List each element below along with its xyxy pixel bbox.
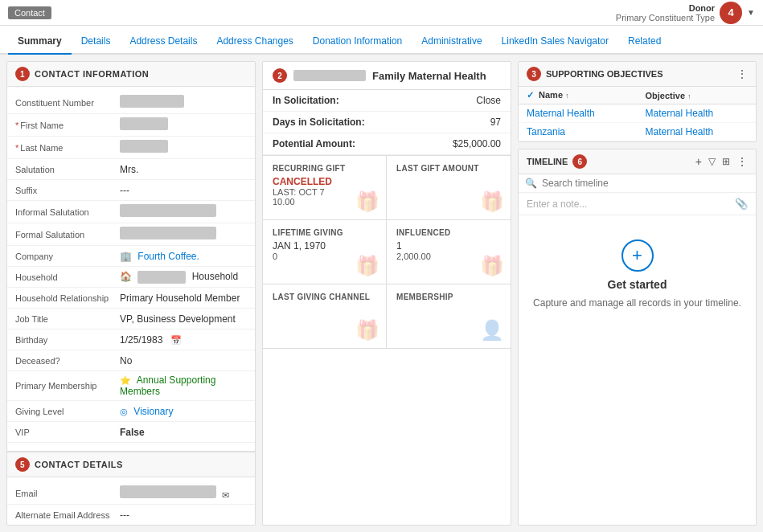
top-bar: Contact Donor Primary Constituent Type 4… (0, 0, 763, 26)
household-icon: 🏠 (120, 271, 132, 282)
influenced-card: INFLUENCED 1 2,000.00 🎁 (387, 220, 511, 284)
objectives-name-cell[interactable]: Maternal Health (519, 104, 638, 123)
potential-label: Potential Amount: (263, 133, 399, 155)
timeline-get-started-subtitle: Capture and manage all records in your t… (533, 297, 741, 309)
formal-salutation-value (120, 227, 247, 242)
household-value: 🏠 Household (120, 271, 247, 284)
household-relationship-value: Primary Household Member (120, 293, 247, 304)
contact-details-header: 5 CONTACT DETAILS (7, 452, 255, 477)
last-name-value (120, 140, 247, 155)
in-solicitation-row: In Solicitation: Close (263, 90, 511, 112)
nav-tabs: Summary Details Address Details Address … (0, 26, 763, 55)
contact-tab-label[interactable]: Contact (8, 6, 51, 19)
last-giving-channel-label: LAST GIVING CHANNEL (273, 293, 376, 301)
chevron-down-icon[interactable]: ▼ (747, 8, 755, 17)
job-title-value: VP, Business Development (120, 313, 247, 325)
suffix-row: Suffix --- (7, 180, 255, 201)
top-bar-right: Donor Primary Constituent Type 4 ▼ (616, 2, 755, 24)
timeline-panel: Timeline 6 + ▽ ⊞ ⋮ 🔍 Enter a note... 📎 (518, 149, 757, 526)
in-solicitation-value: Close (399, 90, 511, 112)
right-panel: 3 SUPPORTING OBJECTIVES ⋮ ✓ Name ↑ Objec… (518, 61, 757, 526)
company-value[interactable]: 🏢 Fourth Coffee. (120, 251, 247, 262)
influenced-value: 1 (396, 240, 501, 252)
deceased-value: No (120, 355, 247, 366)
influenced-label: INFLUENCED (396, 228, 501, 237)
timeline-get-started-icon[interactable]: + (621, 239, 654, 272)
vip-label: VIP (15, 428, 120, 437)
donor-badge: 4 (720, 2, 742, 24)
contact-info-form: Constituent Number *First Name *Last Nam… (7, 87, 255, 448)
days-value: 97 (399, 112, 511, 133)
timeline-add-icon[interactable]: + (695, 155, 702, 168)
tab-address-details[interactable]: Address Details (120, 29, 207, 55)
objectives-objective-cell[interactable]: Maternal Health (638, 104, 757, 123)
salutation-value: Mrs. (120, 164, 247, 175)
alt-email-value: --- (120, 509, 247, 521)
objectives-name-cell[interactable]: Tanzania (519, 123, 638, 141)
birthday-value: 1/25/1983 📅 (120, 334, 247, 346)
calendar-icon[interactable]: 📅 (170, 335, 182, 345)
timeline-get-started-title: Get started (608, 278, 667, 291)
timeline-grid-icon[interactable]: ⊞ (722, 156, 730, 167)
sort-icon[interactable]: ↑ (565, 92, 569, 100)
alt-email-row: Alternate Email Address --- (7, 505, 255, 526)
influenced-icon: 🎁 (480, 255, 504, 277)
sort-icon2[interactable]: ↑ (687, 92, 691, 100)
timeline-title: Timeline 6 (527, 154, 587, 169)
recurring-gift-label: RECURRING GIFT (273, 164, 376, 173)
objectives-objective-cell[interactable]: Maternal Health (638, 123, 757, 141)
objectives-table: ✓ Name ↑ Objective ↑ Maternal Health Mat… (519, 87, 756, 141)
objectives-badge: 3 (527, 67, 541, 81)
first-name-label: *First Name (15, 121, 120, 130)
solicitation-badge: 2 (273, 68, 287, 83)
informal-salutation-label: Informal Salutation (15, 207, 120, 217)
objectives-title: 3 SUPPORTING OBJECTIVES (527, 67, 662, 81)
in-solicitation-label: In Solicitation: (263, 90, 399, 112)
giving-level-icon: ◎ (120, 407, 128, 416)
timeline-filter-icon[interactable]: ▽ (708, 156, 716, 167)
timeline-empty-state: + Get started Capture and manage all rec… (519, 215, 756, 333)
timeline-search-input[interactable] (542, 178, 749, 189)
tab-address-changes[interactable]: Address Changes (207, 29, 302, 55)
donor-subtitle: Primary Constituent Type (616, 13, 715, 23)
days-row: Days in Solicitation: 97 (263, 112, 511, 133)
tab-related[interactable]: Related (618, 29, 671, 55)
constituent-number-label: Constituent Number (15, 98, 120, 108)
alt-email-label: Alternate Email Address (15, 510, 120, 520)
tab-details[interactable]: Details (72, 29, 121, 55)
suffix-label: Suffix (15, 186, 120, 195)
main-content: 1 CONTACT INFORMATION Constituent Number… (0, 55, 763, 532)
job-title-row: Job Title VP, Business Development (7, 309, 255, 329)
last-giving-channel-card: LAST GIVING CHANNEL 🎁 (263, 284, 387, 349)
email-icon[interactable]: ✉ (222, 490, 229, 500)
contact-info-header: 1 CONTACT INFORMATION (7, 62, 255, 87)
solicitation-table: In Solicitation: Close Days in Solicitat… (263, 90, 511, 155)
timeline-note-input: Enter a note... 📎 (519, 193, 756, 215)
donor-info: Donor Primary Constituent Type (616, 3, 715, 23)
last-giving-channel-icon: 🎁 (355, 319, 379, 342)
birthday-label: Birthday (15, 335, 120, 345)
contact-details-badge: 5 (15, 457, 30, 472)
top-bar-left: Contact (8, 6, 51, 19)
tab-linkedin[interactable]: LinkedIn Sales Navigator (492, 29, 618, 55)
email-value: ✉ (120, 485, 247, 501)
job-title-label: Job Title (15, 314, 120, 324)
company-row: Company 🏢 Fourth Coffee. (7, 246, 255, 267)
tab-summary[interactable]: Summary (8, 29, 72, 55)
timeline-more-icon[interactable]: ⋮ (736, 155, 748, 168)
lifetime-giving-icon: 🎁 (355, 255, 379, 277)
last-gift-label: LAST GIFT AMOUNT (396, 164, 501, 173)
solicitation-header: 2 Family Maternal Health (263, 62, 511, 90)
timeline-header: Timeline 6 + ▽ ⊞ ⋮ (519, 149, 756, 174)
tab-donation-info[interactable]: Donation Information (303, 29, 412, 55)
constituent-number-row: Constituent Number (7, 92, 255, 114)
attachment-icon[interactable]: 📎 (735, 198, 748, 210)
formal-salutation-row: Formal Salutation (7, 223, 255, 246)
tab-administrative[interactable]: Administrative (412, 29, 491, 55)
first-name-row: *First Name (7, 114, 255, 137)
last-gift-card: LAST GIFT AMOUNT 🎁 (387, 156, 511, 220)
informal-salutation-value (120, 204, 247, 219)
lifetime-giving-value: JAN 1, 1970 (273, 240, 376, 252)
objectives-more-icon[interactable]: ⋮ (736, 68, 748, 80)
formal-salutation-label: Formal Salutation (15, 230, 120, 239)
